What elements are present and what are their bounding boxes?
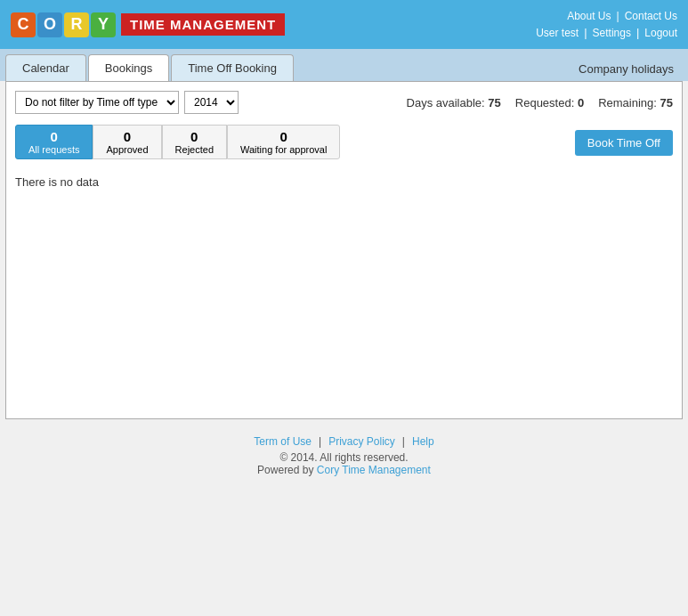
copyright-text: © 2014. All rights reserved. [5,451,683,464]
book-time-off-button[interactable]: Book Time Off [575,130,673,156]
logo-letters: C O R Y [11,12,116,37]
remaining-value: 75 [660,96,673,109]
powered-by: Powered by Cory Time Management [5,464,683,476]
nav-sep-3: | [636,26,639,39]
header-nav: About Us | Contact Us User test | Settin… [536,10,677,39]
days-available-label: Days available: [407,96,485,109]
logo-letter-c: C [11,12,36,37]
logo-letter-y: Y [91,12,116,37]
no-data-message: There is no data [15,175,673,189]
rejected-count: 0 [175,129,214,144]
footer-links: Term of Use | Privacy Policy | Help [5,435,683,448]
nav-sep-2: | [584,26,587,39]
main-content: Do not filter by Time off type 201320142… [5,81,683,419]
footer: Term of Use | Privacy Policy | Help © 20… [0,425,688,482]
status-tab-rejected[interactable]: 0 Rejected [162,125,227,159]
time-off-type-select[interactable]: Do not filter by Time off type [15,91,179,114]
waiting-label: Waiting for approval [240,144,327,155]
footer-sep-2: | [402,435,405,448]
filters-left: Do not filter by Time off type 201320142… [15,91,239,114]
days-available-value: 75 [488,96,500,109]
contact-us-link[interactable]: Contact Us [625,10,677,22]
year-select[interactable]: 201320142015 [184,91,239,114]
status-tabs: 0 All requests 0 Approved 0 Rejected 0 W… [15,125,340,159]
status-tab-approved[interactable]: 0 Approved [93,125,161,159]
all-requests-label: All requests [28,144,79,155]
tab-bookings[interactable]: Bookings [88,54,169,81]
brand-link[interactable]: Cory Time Management [317,464,431,476]
privacy-policy-link[interactable]: Privacy Policy [328,435,395,448]
status-tab-all[interactable]: 0 All requests [15,125,93,159]
logout-link[interactable]: Logout [644,27,677,39]
logo: C O R Y TIME MANAGEMENT [11,12,285,37]
days-available: Days available: 75 [407,96,501,109]
header-nav-bottom: User test | Settings | Logout [536,26,677,39]
rejected-label: Rejected [175,144,214,155]
user-link[interactable]: User test [536,27,579,39]
waiting-count: 0 [240,129,327,144]
requested-label: Requested: [515,96,575,109]
filters-row: Do not filter by Time off type 201320142… [15,91,673,114]
help-link[interactable]: Help [412,435,434,448]
approved-count: 0 [106,129,148,144]
remaining: Remaining: 75 [598,96,673,109]
company-holidays-link[interactable]: Company holidays [570,57,683,81]
tab-time-off-booking[interactable]: Time Off Booking [171,54,294,81]
status-tab-waiting[interactable]: 0 Waiting for approval [227,125,340,159]
approved-label: Approved [106,144,148,155]
about-us-link[interactable]: About Us [567,10,611,22]
nav-sep-1: | [617,10,619,22]
filters-right: Days available: 75 Requested: 0 Remainin… [407,96,673,109]
header-nav-top: About Us | Contact Us [567,10,677,22]
term-of-use-link[interactable]: Term of Use [254,435,312,448]
logo-letter-o: O [37,12,62,37]
settings-link[interactable]: Settings [593,27,631,39]
logo-banner: TIME MANAGEMENT [121,13,285,36]
tab-calendar[interactable]: Calendar [5,54,86,81]
footer-sep-1: | [319,435,321,448]
remaining-label: Remaining: [598,96,657,109]
tabs-bar: Calendar Bookings Time Off Booking Compa… [0,49,688,81]
logo-letter-r: R [64,12,89,37]
tabs-left: Calendar Bookings Time Off Booking [5,54,294,81]
requested-value: 0 [578,96,584,109]
all-requests-count: 0 [28,129,79,144]
requested: Requested: 0 [515,96,584,109]
header: C O R Y TIME MANAGEMENT About Us | Conta… [0,0,688,49]
action-row: 0 All requests 0 Approved 0 Rejected 0 W… [15,125,673,168]
